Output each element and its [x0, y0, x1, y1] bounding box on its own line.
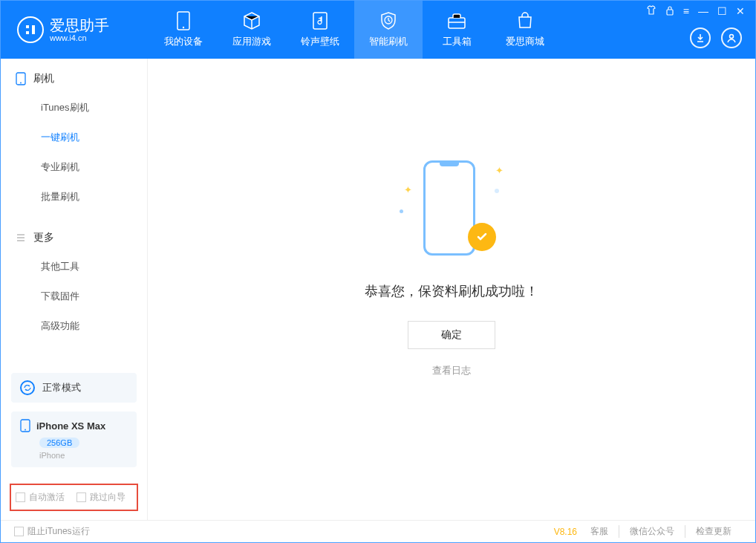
sidebar-item-other-tools[interactable]: 其他工具	[1, 252, 147, 282]
nav-my-device[interactable]: 我的设备	[149, 1, 218, 59]
lock-icon[interactable]	[665, 5, 674, 18]
checkbox-label: 自动激活	[29, 491, 65, 504]
nav-label: 应用游戏	[232, 35, 271, 48]
mode-card[interactable]: 正常模式	[11, 373, 137, 403]
app-subtitle: www.i4.cn	[50, 33, 109, 42]
user-button[interactable]	[721, 27, 742, 48]
header: 爱思助手 www.i4.cn 我的设备 应用游戏 铃声壁纸 智能刷机 工具箱 爱…	[1, 1, 755, 59]
checkbox-block-itunes[interactable]: 阻止iTunes运行	[14, 525, 90, 538]
checkbox-icon	[76, 492, 86, 502]
nav-apps-games[interactable]: 应用游戏	[218, 1, 286, 59]
phone-icon	[16, 72, 26, 85]
checkbox-icon	[16, 492, 25, 502]
footer-link-wechat[interactable]: 微信公众号	[619, 525, 685, 538]
device-card[interactable]: iPhone XS Max 256GB iPhone	[11, 412, 137, 467]
checkbox-label: 跳过向导	[90, 491, 126, 504]
phone-outline-icon	[423, 160, 475, 256]
success-message: 恭喜您，保资料刷机成功啦！	[365, 282, 538, 300]
svg-point-7	[20, 82, 22, 84]
nav: 我的设备 应用游戏 铃声壁纸 智能刷机 工具箱 爱思商城	[149, 1, 559, 59]
shirt-icon[interactable]	[646, 5, 656, 18]
svg-point-1	[183, 27, 184, 28]
view-log-link[interactable]: 查看日志	[432, 364, 471, 377]
nav-store[interactable]: 爱思商城	[491, 1, 559, 59]
nav-label: 铃声壁纸	[301, 35, 339, 48]
sidebar-item-advanced[interactable]: 高级功能	[1, 311, 147, 341]
nav-label: 我的设备	[164, 35, 203, 48]
nav-label: 智能刷机	[369, 35, 408, 48]
storage-badge: 256GB	[39, 438, 79, 448]
sidebar-item-oneclick-flash[interactable]: 一键刷机	[1, 123, 147, 152]
svg-rect-4	[667, 10, 673, 15]
sidebar-item-batch-flash[interactable]: 批量刷机	[1, 182, 147, 212]
sidebar: 刷机 iTunes刷机 一键刷机 专业刷机 批量刷机 更多 其他工具 下载固件 …	[1, 59, 148, 520]
toolbox-icon	[447, 11, 466, 30]
sidebar-section-title: 刷机	[33, 72, 54, 85]
titlebar: ≡ — ☐ ✕	[646, 5, 745, 18]
logo-area: 爱思助手 www.i4.cn	[1, 16, 149, 43]
download-button[interactable]	[690, 27, 711, 48]
list-icon	[16, 233, 26, 243]
cube-icon	[242, 11, 261, 30]
footer: 阻止iTunes运行 V8.16 客服 微信公众号 检查更新	[1, 520, 755, 542]
app-title: 爱思助手	[50, 17, 109, 33]
checkbox-label: 阻止iTunes运行	[27, 525, 90, 538]
device-type: iPhone	[39, 451, 128, 460]
main-panel: ✦ ✦ 恭喜您，保资料刷机成功啦！ 确定 查看日志	[148, 59, 755, 520]
music-icon	[310, 11, 330, 30]
nav-smart-flash[interactable]: 智能刷机	[354, 1, 423, 59]
device-icon	[174, 11, 193, 30]
nav-label: 工具箱	[443, 35, 472, 48]
sidebar-item-download-firmware[interactable]: 下载固件	[1, 282, 147, 311]
sidebar-section-more: 更多	[1, 231, 147, 252]
close-icon[interactable]: ✕	[736, 5, 745, 18]
footer-link-support[interactable]: 客服	[580, 525, 619, 538]
svg-point-9	[25, 429, 26, 431]
store-icon	[515, 11, 535, 30]
minimize-icon[interactable]: —	[698, 5, 708, 18]
checkbox-auto-activate[interactable]: 自动激活	[16, 491, 65, 504]
menu-icon[interactable]: ≡	[683, 5, 689, 18]
checkbox-icon	[14, 527, 24, 536]
logo-icon	[17, 16, 44, 43]
shield-icon	[379, 11, 398, 30]
success-illustration: ✦ ✦	[400, 157, 504, 261]
sidebar-section-flash: 刷机	[1, 72, 147, 93]
device-phone-icon	[20, 419, 30, 432]
sidebar-section-title: 更多	[33, 231, 54, 244]
sidebar-item-itunes-flash[interactable]: iTunes刷机	[1, 93, 147, 123]
nav-label: 爱思商城	[506, 35, 544, 48]
sync-icon	[20, 380, 35, 395]
highlighted-checkbox-row: 自动激活 跳过向导	[10, 484, 138, 511]
sidebar-item-pro-flash[interactable]: 专业刷机	[1, 152, 147, 182]
ok-button[interactable]: 确定	[408, 321, 495, 349]
mode-label: 正常模式	[42, 381, 81, 394]
footer-link-check-update[interactable]: 检查更新	[685, 525, 742, 538]
nav-toolbox[interactable]: 工具箱	[423, 1, 491, 59]
maximize-icon[interactable]: ☐	[717, 5, 727, 18]
header-actions	[690, 27, 742, 48]
device-name: iPhone XS Max	[36, 420, 105, 432]
version-label: V8.16	[554, 527, 577, 537]
svg-rect-3	[449, 18, 465, 28]
check-badge-icon	[468, 223, 496, 251]
nav-ringtones[interactable]: 铃声壁纸	[286, 1, 354, 59]
checkbox-skip-guide[interactable]: 跳过向导	[76, 491, 126, 504]
svg-point-5	[730, 35, 734, 39]
